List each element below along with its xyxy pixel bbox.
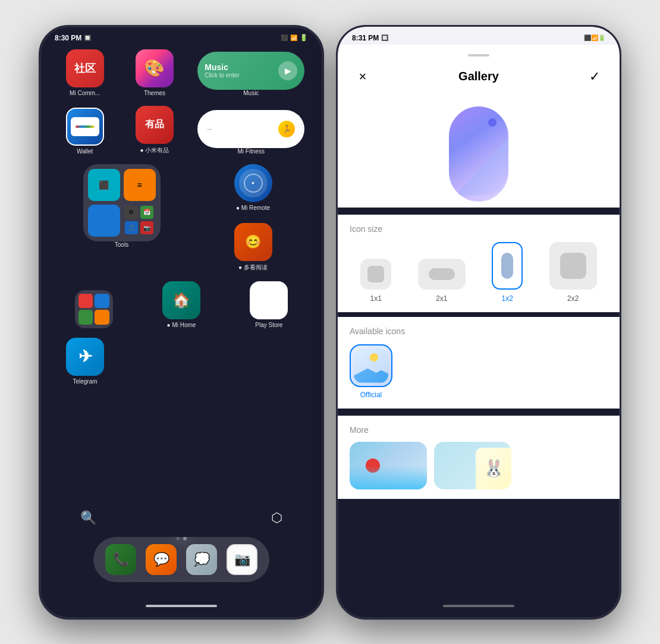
gallery-check-btn[interactable]: ✓ bbox=[584, 66, 605, 87]
app-duokan[interactable]: 😊 ● 多看阅读 bbox=[227, 223, 280, 272]
fitness-icon: 🏃 bbox=[278, 121, 295, 137]
app-miremote[interactable]: ● ● Mi Remote bbox=[227, 164, 280, 211]
gallery-icon-preview bbox=[449, 106, 508, 202]
folder2-icon[interactable] bbox=[75, 290, 113, 328]
telegram-label: Telegram bbox=[73, 378, 97, 385]
telegram-icon[interactable]: ✈ bbox=[66, 338, 104, 376]
dock-phone[interactable]: 📞 bbox=[105, 544, 136, 575]
screenshot-icon: ⬛ bbox=[281, 34, 288, 41]
status-bar-left: 8:30 PM 🔲 ⬛ 📶 🔋 bbox=[40, 27, 322, 45]
app-mihome[interactable]: 🏠 ● Mi Home bbox=[155, 281, 208, 328]
time-display-right: 8:31 PM bbox=[352, 34, 379, 42]
size-option-1x1[interactable]: 1x1 bbox=[360, 259, 391, 303]
wallet-icon[interactable] bbox=[66, 108, 104, 146]
fitness-widget[interactable]: -- 🏃 bbox=[197, 110, 304, 148]
home-bar bbox=[146, 605, 217, 607]
playstore-icon[interactable]: ▶ bbox=[250, 281, 288, 319]
size-box-2x2[interactable] bbox=[549, 242, 597, 290]
youpin-icon[interactable]: 有品 bbox=[136, 106, 174, 144]
app-micomm[interactable]: 社区 Mi Comm... bbox=[58, 49, 112, 96]
wallet-label: Wallet bbox=[77, 148, 93, 155]
micomm-icon[interactable]: 社区 bbox=[66, 49, 104, 87]
size-box-1x1[interactable] bbox=[360, 259, 391, 290]
official-icon-box[interactable] bbox=[350, 344, 392, 387]
app-fitness[interactable]: -- 🏃 Mi Fitness bbox=[197, 110, 304, 155]
miremote-label: ● Mi Remote bbox=[236, 205, 270, 211]
gallery-close-btn[interactable]: × bbox=[352, 66, 373, 87]
app-tools-folder[interactable]: ⬛ ≡ 👤 ⚙ 📅 🎵 📷 Tools bbox=[83, 164, 161, 248]
app-youpin[interactable]: 有品 ● 小米有品 bbox=[128, 106, 181, 155]
music-label: Music bbox=[243, 90, 259, 96]
gallery-title: Gallery bbox=[373, 70, 584, 83]
app-themes[interactable]: 🎨 Themes bbox=[128, 49, 181, 96]
music-widget[interactable]: Music Click to enter ▶ bbox=[197, 52, 304, 90]
anime-character: 🐰 bbox=[476, 448, 511, 489]
size-label-1x2: 1x2 bbox=[502, 294, 513, 303]
app-folder2[interactable] bbox=[67, 290, 121, 328]
size-option-2x1[interactable]: 2x1 bbox=[418, 259, 466, 303]
time-left: 8:30 PM 🔲 bbox=[55, 34, 91, 42]
nfc-icon: 🔲 bbox=[84, 34, 91, 41]
tools-folder[interactable]: ⬛ ≡ 👤 ⚙ 📅 🎵 📷 bbox=[83, 164, 161, 241]
home-grid: 社区 Mi Comm... 🎨 Themes Music Click to en… bbox=[40, 45, 322, 385]
available-icons-row: Official bbox=[350, 344, 608, 399]
nfc-icon-right: 🔲 bbox=[381, 34, 388, 41]
app-row-3: ⬛ ≡ 👤 ⚙ 📅 🎵 📷 Tools bbox=[52, 164, 310, 272]
tools-icon-2: ≡ bbox=[124, 169, 156, 201]
search-icon[interactable]: 🔍 bbox=[80, 510, 96, 526]
size-option-2x2[interactable]: 2x2 bbox=[549, 242, 597, 303]
size-box-1x2[interactable] bbox=[492, 242, 523, 290]
app-row-telegram: ✈ Telegram bbox=[52, 338, 310, 385]
gallery-preview-section bbox=[338, 95, 620, 208]
app-wallet[interactable]: Wallet bbox=[58, 108, 112, 155]
fitness-text: -- bbox=[207, 125, 274, 133]
tools-label: Tools bbox=[115, 241, 128, 248]
app-playstore[interactable]: ▶ Play Store bbox=[242, 281, 296, 328]
search-bar-area: 🔍 ⬡ bbox=[68, 510, 294, 526]
time-right: 8:31 PM 🔲 bbox=[352, 34, 388, 42]
battery-icon-right: ⬛📶🔋 bbox=[584, 34, 605, 41]
gallery-mountain-shape bbox=[354, 365, 388, 383]
size-option-1x2[interactable]: 1x2 bbox=[492, 242, 523, 303]
app-row-2: Wallet 有品 ● 小米有品 -- 🏃 Mi Fitness bbox=[52, 106, 310, 155]
avail-icon-official[interactable]: Official bbox=[350, 344, 392, 399]
mihome-icon[interactable]: 🏠 bbox=[162, 281, 200, 319]
size-label-1x1: 1x1 bbox=[370, 294, 382, 303]
dock: 📞 💬 💭 📷 bbox=[93, 537, 269, 582]
themes-icon[interactable]: 🎨 bbox=[136, 49, 174, 87]
miremote-icon[interactable]: ● bbox=[234, 164, 272, 202]
dock-camera[interactable]: 📷 bbox=[227, 544, 257, 575]
gallery-header: × Gallery ✓ bbox=[338, 56, 620, 95]
more-card-2[interactable]: 🐰 bbox=[434, 442, 511, 489]
right-phone: 8:31 PM 🔲 ⬛📶🔋 × Gallery ✓ bbox=[336, 25, 621, 620]
music-widget-text: Music Click to enter bbox=[205, 62, 278, 78]
dock-messages[interactable]: 💬 bbox=[146, 544, 177, 575]
gallery-sun bbox=[362, 353, 381, 365]
icon-size-section: Icon size 1x1 2x1 bbox=[338, 215, 620, 312]
youpin-label: ● 小米有品 bbox=[140, 146, 169, 155]
fitness-label: Mi Fitness bbox=[238, 148, 265, 155]
status-icons-right: ⬛📶🔋 bbox=[584, 34, 605, 41]
micomm-label: Mi Comm... bbox=[70, 90, 100, 96]
app-row-1: 社区 Mi Comm... 🎨 Themes Music Click to en… bbox=[52, 49, 310, 96]
size-box-2x1[interactable] bbox=[418, 259, 466, 290]
size-inner-2x2 bbox=[560, 253, 586, 279]
drag-handle-area bbox=[338, 45, 620, 56]
size-inner-1x2 bbox=[501, 253, 513, 279]
tools-sub-grid: ⚙ 📅 🎵 📷 bbox=[124, 205, 156, 237]
close-icon[interactable]: × bbox=[359, 69, 367, 84]
assistant-icon[interactable]: ⬡ bbox=[271, 510, 282, 526]
music-play-btn[interactable]: ▶ bbox=[278, 61, 297, 80]
themes-label: Themes bbox=[144, 90, 165, 96]
status-icons-left: ⬛ 📶 🔋 bbox=[281, 34, 308, 42]
check-icon[interactable]: ✓ bbox=[589, 69, 600, 84]
app-telegram[interactable]: ✈ Telegram bbox=[58, 338, 112, 385]
wifi-icon: 📶 bbox=[290, 34, 297, 41]
dock-chat[interactable]: 💭 bbox=[186, 544, 217, 575]
duokan-icon[interactable]: 😊 bbox=[234, 223, 272, 261]
home-bar-right bbox=[443, 605, 514, 607]
app-music-widget[interactable]: Music Click to enter ▶ Music bbox=[197, 52, 304, 96]
right-apps-col: ● ● Mi Remote 😊 ● 多看阅读 bbox=[227, 164, 280, 272]
more-card-1[interactable] bbox=[350, 442, 427, 489]
gallery-app-icon-inner bbox=[354, 348, 388, 383]
